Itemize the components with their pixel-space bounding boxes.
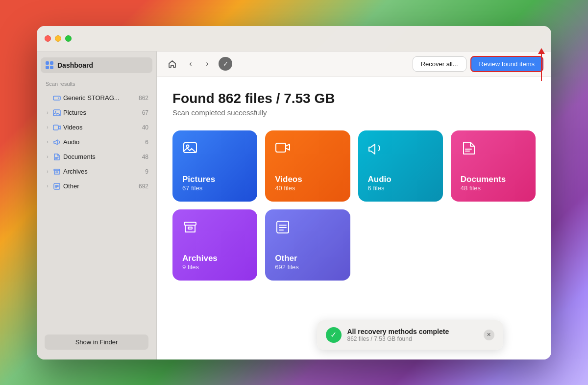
maximize-button[interactable] bbox=[65, 35, 72, 42]
recover-all-button[interactable]: Recover all... bbox=[413, 56, 466, 72]
category-card-documents[interactable]: Documents 48 files bbox=[451, 130, 536, 202]
videos-card-icon bbox=[275, 140, 340, 160]
sidebar-item-dashboard[interactable]: Dashboard bbox=[41, 57, 152, 73]
archives-icon bbox=[52, 167, 61, 176]
sidebar-pictures-count: 67 bbox=[142, 109, 148, 116]
svg-rect-15 bbox=[276, 143, 286, 152]
other-card-icon bbox=[275, 219, 340, 239]
chevron-icon: › bbox=[45, 139, 50, 145]
sidebar-documents-label: Documents bbox=[63, 153, 140, 160]
sidebar-item-videos[interactable]: › Videos 40 bbox=[41, 120, 152, 135]
sidebar-item-audio[interactable]: › Audio 6 bbox=[41, 135, 152, 150]
svg-rect-19 bbox=[188, 227, 192, 229]
sidebar-archives-count: 9 bbox=[145, 168, 148, 175]
sidebar-bottom: Show in Finder bbox=[41, 331, 152, 354]
other-icon bbox=[52, 182, 61, 191]
audio-icon bbox=[52, 138, 61, 147]
audio-card-name: Audio bbox=[368, 175, 433, 184]
chevron-icon: › bbox=[45, 183, 50, 189]
sidebar-documents-count: 48 bbox=[142, 154, 148, 160]
pictures-card-count: 67 files bbox=[182, 184, 247, 192]
sidebar-videos-count: 40 bbox=[142, 124, 148, 131]
page-title: Found 862 files / 7.53 GB bbox=[172, 91, 536, 106]
dashboard-label: Dashboard bbox=[57, 61, 93, 69]
forward-button[interactable]: › bbox=[200, 56, 215, 71]
audio-card-count: 6 files bbox=[368, 184, 433, 192]
archives-card-icon bbox=[182, 219, 247, 239]
category-card-archives[interactable]: Archives 9 files bbox=[172, 209, 257, 281]
pictures-card-icon bbox=[182, 140, 247, 160]
category-card-videos[interactable]: Videos 40 files bbox=[265, 130, 350, 202]
documents-card-icon bbox=[461, 140, 526, 160]
svg-point-3 bbox=[55, 111, 56, 112]
videos-card-count: 40 files bbox=[275, 184, 340, 192]
sidebar-archives-label: Archives bbox=[63, 168, 143, 175]
titlebar bbox=[37, 26, 551, 51]
grid-icon bbox=[46, 61, 53, 69]
sidebar-item-documents[interactable]: › Documents 48 bbox=[41, 150, 152, 164]
videos-card-name: Videos bbox=[275, 175, 340, 184]
category-grid-bottom: Archives 9 files O bbox=[172, 209, 536, 281]
other-card-count: 692 files bbox=[275, 263, 340, 271]
sidebar-storage-label: Generic STORAG... bbox=[63, 94, 137, 102]
svg-point-1 bbox=[58, 97, 59, 98]
notification-check-icon: ✓ bbox=[326, 327, 342, 343]
sidebar-other-count: 692 bbox=[139, 183, 148, 190]
sidebar-item-generic-storage[interactable]: Generic STORAG... 862 bbox=[41, 91, 152, 105]
show-in-finder-button[interactable]: Show in Finder bbox=[45, 334, 148, 350]
audio-card-icon bbox=[368, 140, 433, 160]
sidebar-videos-label: Videos bbox=[63, 124, 140, 131]
page-subtitle: Scan completed successfully bbox=[172, 108, 536, 117]
nav-controls: ‹ › bbox=[183, 56, 215, 71]
chevron-icon: › bbox=[45, 110, 50, 116]
sidebar: Dashboard Scan results Generic STORAG...… bbox=[37, 51, 157, 359]
scan-results-section-label: Scan results bbox=[41, 79, 152, 91]
status-check: ✓ bbox=[219, 57, 232, 71]
category-card-audio[interactable]: Audio 6 files bbox=[358, 130, 443, 202]
videos-icon bbox=[52, 123, 61, 132]
chevron-icon: › bbox=[45, 125, 50, 130]
documents-card-count: 48 files bbox=[461, 184, 526, 192]
category-card-pictures[interactable]: Pictures 67 files bbox=[172, 130, 257, 202]
pictures-card-name: Pictures bbox=[182, 175, 247, 184]
review-found-items-button[interactable]: Review found items bbox=[470, 56, 543, 72]
svg-rect-8 bbox=[56, 172, 58, 173]
sidebar-audio-count: 6 bbox=[145, 139, 148, 146]
toolbar: ‹ › ✓ Recover all... Review found items bbox=[157, 51, 551, 77]
other-card-name: Other bbox=[275, 254, 340, 263]
content-area: Dashboard Scan results Generic STORAG...… bbox=[37, 51, 551, 359]
notification-banner: ✓ All recovery methods complete 862 file… bbox=[317, 320, 503, 350]
chevron-icon: › bbox=[45, 169, 50, 175]
pictures-icon bbox=[52, 108, 61, 117]
traffic-lights bbox=[45, 35, 72, 42]
main-content: ‹ › ✓ Recover all... Review found items … bbox=[157, 51, 551, 359]
documents-icon bbox=[52, 153, 61, 161]
archives-card-name: Archives bbox=[182, 254, 247, 263]
sidebar-item-other[interactable]: › Other 692 bbox=[41, 179, 152, 194]
archives-card-count: 9 files bbox=[182, 263, 247, 271]
drive-icon bbox=[52, 94, 61, 103]
notification-close-button[interactable]: ✕ bbox=[484, 330, 494, 340]
svg-rect-7 bbox=[54, 169, 60, 171]
svg-point-14 bbox=[187, 145, 189, 147]
category-card-other[interactable]: Other 692 files bbox=[265, 209, 350, 281]
spacer bbox=[45, 95, 50, 101]
category-grid-top: Pictures 67 files Videos 40 files bbox=[172, 130, 536, 202]
chevron-icon: › bbox=[45, 154, 50, 160]
svg-rect-4 bbox=[53, 125, 58, 130]
sidebar-other-label: Other bbox=[63, 182, 137, 190]
notification-title: All recovery methods complete bbox=[347, 328, 478, 335]
documents-card-name: Documents bbox=[461, 175, 526, 184]
notification-text: All recovery methods complete 862 files … bbox=[347, 328, 478, 342]
sidebar-pictures-label: Pictures bbox=[63, 109, 140, 116]
sidebar-item-pictures[interactable]: › Pictures 67 bbox=[41, 105, 152, 120]
main-window: Dashboard Scan results Generic STORAG...… bbox=[37, 26, 551, 359]
back-button[interactable]: ‹ bbox=[183, 56, 198, 71]
svg-rect-18 bbox=[184, 222, 196, 225]
close-button[interactable] bbox=[45, 35, 51, 42]
sidebar-item-archives[interactable]: › Archives 9 bbox=[41, 164, 152, 179]
notification-subtitle: 862 files / 7.53 GB found bbox=[347, 335, 478, 342]
main-scroll-area: Found 862 files / 7.53 GB Scan completed… bbox=[157, 77, 551, 359]
minimize-button[interactable] bbox=[55, 35, 61, 42]
home-button[interactable] bbox=[165, 56, 179, 71]
